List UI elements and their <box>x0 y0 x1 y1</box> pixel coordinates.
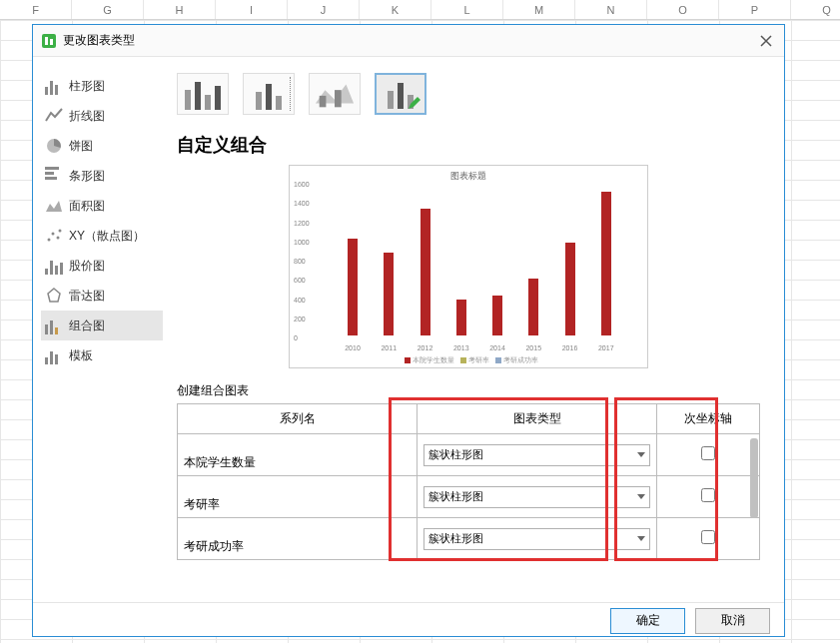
y-tick: 800 <box>294 258 306 265</box>
pencil-icon <box>408 96 421 110</box>
header-type: 图表类型 <box>418 404 657 434</box>
chart-title: 图表标题 <box>290 166 647 183</box>
chart-type-select[interactable]: 簇状柱形图 <box>423 444 650 466</box>
svg-point-6 <box>57 237 60 240</box>
sidebar-item-2[interactable]: 饼图 <box>41 131 163 161</box>
secondary-axis-checkbox[interactable] <box>701 530 715 544</box>
chart-bar <box>601 192 611 335</box>
column-header[interactable]: P <box>719 0 791 19</box>
svg-point-5 <box>52 233 55 236</box>
y-tick: 600 <box>294 277 306 284</box>
column-header[interactable]: F <box>0 0 72 19</box>
y-tick: 1200 <box>294 219 310 226</box>
table-row: 考研率簇状柱形图 <box>178 476 760 518</box>
x-tick: 2010 <box>345 344 361 351</box>
x-tick: 2012 <box>418 344 433 351</box>
sidebar-item-9[interactable]: 模板 <box>41 340 163 370</box>
sidebar-item-7[interactable]: 雷达图 <box>41 281 163 311</box>
secondary-axis-checkbox[interactable] <box>701 488 715 502</box>
column-header[interactable]: K <box>360 0 431 19</box>
sidebar-item-6[interactable]: 股价图 <box>41 251 163 281</box>
chart-bar <box>565 243 575 335</box>
sidebar-item-label: 模板 <box>69 347 93 364</box>
svg-rect-8 <box>320 96 327 107</box>
series-name-cell: 本院学生数量 <box>178 434 418 476</box>
svg-rect-9 <box>335 90 342 107</box>
column-header[interactable]: O <box>647 0 719 19</box>
section-title: 自定义组合 <box>177 133 760 157</box>
chart-legend: 本院学生数量考研率考研成功率 <box>290 355 647 365</box>
column-header[interactable]: G <box>72 0 144 19</box>
chart-type-select[interactable]: 簇状柱形图 <box>423 528 650 550</box>
combo-subtype-4[interactable] <box>375 73 426 115</box>
chart-bar <box>528 279 538 335</box>
header-axis: 次坐标轴 <box>657 404 760 434</box>
sidebar-item-label: 面积图 <box>69 198 105 215</box>
ok-button[interactable]: 确定 <box>610 608 685 634</box>
scrollbar[interactable] <box>750 438 758 518</box>
sidebar-item-4[interactable]: 面积图 <box>41 191 163 221</box>
app-logo-icon <box>41 33 57 49</box>
sidebar-item-8[interactable]: 组合图 <box>41 311 163 340</box>
header-series: 系列名 <box>178 404 418 434</box>
column-header[interactable]: Q <box>791 0 840 19</box>
svg-rect-1 <box>45 37 48 45</box>
sidebar-item-label: 柱形图 <box>69 78 105 95</box>
sidebar-item-label: 组合图 <box>69 318 105 334</box>
column-header[interactable]: H <box>144 0 216 19</box>
svg-point-4 <box>48 239 51 242</box>
column-header[interactable]: M <box>503 0 575 19</box>
svg-rect-0 <box>42 34 56 48</box>
change-chart-type-dialog: 更改图表类型 柱形图折线图饼图条形图面积图XY（散点图）股价图雷达图组合图模板 <box>32 24 785 637</box>
combo-subtype-row <box>177 73 760 115</box>
main-panel: 自定义组合 图表标题 本院学生数量考研率考研成功率 20102011201220… <box>163 57 784 602</box>
x-tick: 2013 <box>453 344 469 351</box>
y-tick: 1000 <box>294 238 310 245</box>
x-tick: 2014 <box>489 344 505 351</box>
combo-series-table: 系列名 图表类型 次坐标轴 本院学生数量簇状柱形图考研率簇状柱形图考研成功率簇状… <box>177 403 760 560</box>
chart-bar <box>384 253 394 335</box>
dialog-title: 更改图表类型 <box>63 32 748 49</box>
sidebar-item-label: 折线图 <box>69 108 105 125</box>
chart-type-sidebar: 柱形图折线图饼图条形图面积图XY（散点图）股价图雷达图组合图模板 <box>33 57 163 602</box>
sidebar-item-label: 条形图 <box>69 168 105 185</box>
x-tick: 2016 <box>562 344 578 351</box>
chart-bar <box>420 209 430 335</box>
titlebar[interactable]: 更改图表类型 <box>33 25 784 57</box>
y-tick: 200 <box>294 315 306 322</box>
close-icon <box>760 35 772 47</box>
cancel-button[interactable]: 取消 <box>695 608 770 634</box>
column-header[interactable]: J <box>288 0 360 19</box>
sidebar-item-label: 饼图 <box>69 138 93 155</box>
create-combo-label: 创建组合图表 <box>177 382 760 399</box>
chart-bar <box>348 239 358 335</box>
column-header[interactable]: I <box>216 0 288 19</box>
column-header[interactable]: L <box>431 0 503 19</box>
sidebar-item-0[interactable]: 柱形图 <box>41 71 163 101</box>
column-header[interactable]: N <box>575 0 647 19</box>
close-button[interactable] <box>748 25 784 57</box>
combo-subtype-3[interactable] <box>309 73 361 115</box>
chart-bar <box>492 296 502 335</box>
dialog-footer: 确定 取消 <box>33 602 784 638</box>
y-tick: 1600 <box>294 181 310 188</box>
chart-type-select[interactable]: 簇状柱形图 <box>423 486 650 508</box>
series-name-cell: 考研成功率 <box>178 518 418 560</box>
sidebar-item-label: 雷达图 <box>69 288 105 305</box>
svg-point-7 <box>59 230 62 233</box>
chart-bar <box>456 300 466 335</box>
sidebar-item-label: 股价图 <box>69 258 105 275</box>
combo-subtype-2[interactable] <box>243 73 295 115</box>
chart-preview: 图表标题 本院学生数量考研率考研成功率 20102011201220132014… <box>289 165 648 368</box>
series-name-cell: 考研率 <box>178 476 418 518</box>
sidebar-item-5[interactable]: XY（散点图） <box>41 221 163 251</box>
sidebar-item-1[interactable]: 折线图 <box>41 101 163 131</box>
secondary-axis-checkbox[interactable] <box>701 446 715 460</box>
y-tick: 400 <box>294 296 306 303</box>
y-tick: 1400 <box>294 200 310 207</box>
table-row: 本院学生数量簇状柱形图 <box>178 434 760 476</box>
sidebar-item-label: XY（散点图） <box>69 228 145 245</box>
sidebar-item-3[interactable]: 条形图 <box>41 161 163 191</box>
combo-subtype-1[interactable] <box>177 73 229 115</box>
x-tick: 2017 <box>598 344 614 351</box>
